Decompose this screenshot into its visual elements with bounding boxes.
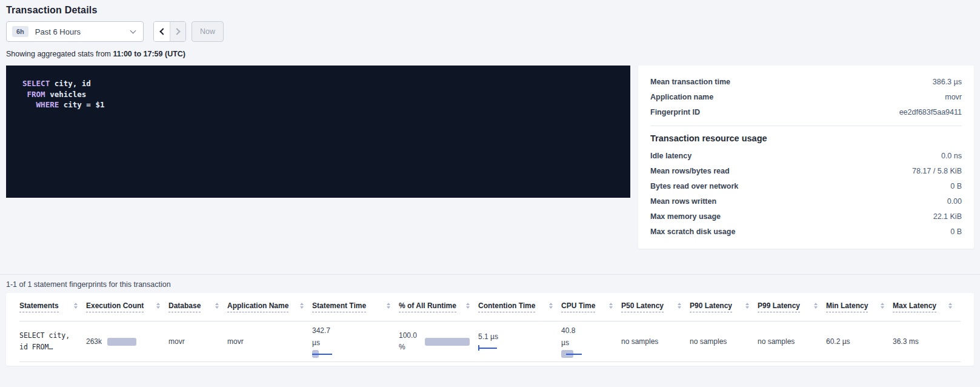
cell-p50-latency: no samples (621, 337, 690, 346)
sort-icon[interactable] (215, 303, 219, 309)
sort-icon[interactable] (466, 303, 470, 309)
cpu-time-bar (561, 350, 584, 358)
page-title: Transaction Details (6, 5, 974, 16)
chevron-left-icon (159, 28, 166, 35)
cell-statement-time: 342.7 µs (312, 325, 399, 358)
cell-percent-of-all-runtime: 100.0 % (399, 330, 478, 354)
sql-statement-text: SELECT city, id FROM vehicles WHERE city… (22, 78, 614, 110)
cell-statement-fingerprint[interactable]: SELECT city, id FROM… (19, 330, 86, 353)
aggregated-stats-line: Showing aggregated stats from 11:00 to 1… (6, 50, 974, 58)
column-header-percent-of-all-runtime[interactable]: % of All Runtime (399, 301, 478, 321)
section-divider (0, 274, 980, 275)
resource-row-max-scratch-disk-usage: Max scratch disk usage 0 B (650, 224, 962, 239)
statements-table-header: Statements Execution Count Database Appl… (6, 293, 974, 321)
summary-row-mean-transaction-time: Mean transaction time 386.3 µs (650, 74, 962, 89)
runtime-bar (425, 338, 470, 346)
time-window-arrows (153, 21, 186, 42)
contention-time-bar (478, 344, 497, 352)
summary-row-application-name: Application name movr (650, 89, 962, 104)
time-range-label: Past 6 Hours (35, 27, 124, 36)
next-time-window-button[interactable] (170, 22, 185, 41)
resource-label: Idle latency (650, 152, 692, 160)
stats-line-range: 11:00 to 17:59 (UTC) (113, 50, 185, 58)
time-range-dropdown[interactable]: 6h Past 6 Hours (6, 21, 144, 42)
resource-row-mean-rows-written: Mean rows written 0.00 (650, 194, 962, 209)
resource-row-mean-rows-bytes-read: Mean rows/bytes read 78.17 / 5.8 KiB (650, 163, 962, 178)
summary-label: Mean transaction time (650, 78, 730, 86)
resource-value: 78.17 / 5.8 KiB (912, 167, 962, 175)
resource-value: 0 B (950, 227, 962, 236)
column-header-cpu-time[interactable]: CPU Time (561, 301, 621, 321)
column-header-contention-time[interactable]: Contention Time (478, 301, 561, 321)
sort-icon[interactable] (300, 303, 304, 309)
stats-line-prefix: Showing aggregated stats from (6, 50, 113, 58)
resource-value: 0.0 ns (941, 152, 962, 160)
summary-value: ee2df683f5aa9411 (899, 108, 962, 116)
cell-min-latency: 60.2 µs (826, 337, 893, 346)
time-toolbar: 6h Past 6 Hours Now (6, 21, 974, 42)
table-row[interactable]: SELECT city, id FROM… 263k movr movr 342… (19, 321, 961, 362)
resource-value: 0.00 (947, 197, 962, 206)
summary-value: movr (945, 93, 962, 101)
summary-label: Fingerprint ID (650, 108, 700, 116)
resource-usage-heading: Transaction resource usage (650, 133, 962, 143)
sql-keyword: FROM (27, 90, 45, 99)
execution-count-bar (107, 338, 136, 346)
previous-time-window-button[interactable] (154, 22, 170, 41)
sort-icon[interactable] (156, 303, 160, 309)
sort-icon[interactable] (549, 303, 553, 309)
sort-icon[interactable] (948, 303, 952, 309)
chevron-down-icon (130, 27, 136, 33)
cell-execution-count: 263k (86, 337, 168, 346)
transaction-summary-card: Mean transaction time 386.3 µs Applicati… (638, 66, 974, 249)
summary-divider (650, 126, 962, 126)
sort-icon[interactable] (814, 303, 818, 309)
statement-time-bar (312, 350, 333, 358)
resource-label: Mean rows/bytes read (650, 167, 730, 175)
cell-p99-latency: no samples (758, 337, 826, 346)
resource-label: Mean rows written (650, 197, 716, 206)
column-header-p90-latency[interactable]: P90 Latency (690, 301, 758, 321)
cell-contention-time: 5.1 µs (478, 331, 561, 352)
sql-statement-box: SELECT city, id FROM vehicles WHERE city… (6, 66, 630, 198)
time-range-badge: 6h (12, 26, 28, 37)
summary-row-fingerprint-id: Fingerprint ID ee2df683f5aa9411 (650, 104, 962, 119)
sort-icon[interactable] (678, 303, 681, 309)
sort-icon[interactable] (745, 303, 749, 309)
column-header-statements[interactable]: Statements (19, 301, 86, 321)
sort-icon[interactable] (74, 303, 78, 309)
sort-icon[interactable] (609, 303, 613, 309)
statements-table: Statements Execution Count Database Appl… (6, 293, 974, 366)
sort-icon[interactable] (881, 303, 884, 309)
column-header-p99-latency[interactable]: P99 Latency (758, 301, 826, 321)
cell-database: movr (168, 337, 227, 346)
column-header-database[interactable]: Database (168, 301, 227, 321)
column-header-max-latency[interactable]: Max Latency (893, 301, 961, 321)
sql-keyword: WHERE (36, 100, 59, 109)
summary-label: Application name (650, 93, 713, 101)
resource-row-bytes-read-over-network: Bytes read over network 0 B (650, 178, 962, 194)
column-header-statement-time[interactable]: Statement Time (312, 301, 399, 321)
summary-value: 386.3 µs (933, 78, 962, 86)
chevron-right-icon (173, 28, 180, 35)
resource-label: Max memory usage (650, 212, 721, 221)
main-content: SELECT city, id FROM vehicles WHERE city… (6, 66, 974, 249)
transaction-details-page: Transaction Details 6h Past 6 Hours Now … (0, 0, 980, 387)
now-button[interactable]: Now (192, 21, 224, 42)
statement-fingerprints-caption: 1-1 of 1 statement fingerprints for this… (6, 280, 974, 289)
column-header-application-name[interactable]: Application Name (227, 301, 312, 321)
resource-value: 0 B (950, 182, 962, 190)
cell-p90-latency: no samples (690, 337, 758, 346)
cell-cpu-time: 40.8 µs (561, 325, 621, 358)
cell-max-latency: 36.3 ms (893, 337, 961, 346)
sql-keyword: SELECT (22, 79, 50, 88)
column-header-p50-latency[interactable]: P50 Latency (621, 301, 690, 321)
column-header-execution-count[interactable]: Execution Count (86, 301, 168, 321)
resource-label: Bytes read over network (650, 182, 738, 190)
sort-icon[interactable] (387, 303, 390, 309)
resource-value: 22.1 KiB (933, 212, 962, 221)
resource-label: Max scratch disk usage (650, 227, 735, 236)
cell-application-name: movr (227, 337, 312, 346)
resource-row-max-memory-usage: Max memory usage 22.1 KiB (650, 209, 962, 224)
column-header-min-latency[interactable]: Min Latency (826, 301, 893, 321)
